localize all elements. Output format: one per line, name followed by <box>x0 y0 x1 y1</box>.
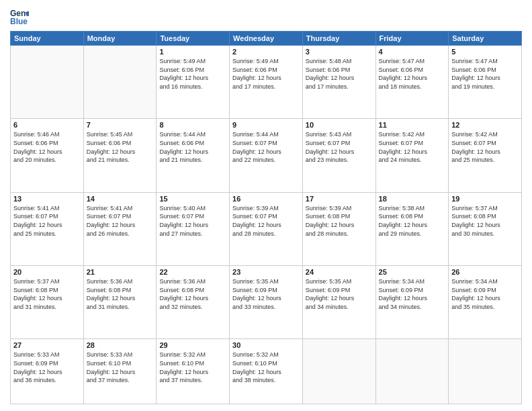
day-number: 15 <box>159 195 226 203</box>
weekday-header-thursday: Thursday <box>302 32 375 46</box>
cell-info: Sunrise: 5:32 AM Sunset: 6:10 PM Dayligh… <box>232 351 300 384</box>
calendar-cell: 26Sunrise: 5:34 AM Sunset: 6:09 PM Dayli… <box>449 266 522 339</box>
cell-info: Sunrise: 5:42 AM Sunset: 6:07 PM Dayligh… <box>379 130 446 164</box>
day-number: 8 <box>159 121 226 129</box>
cell-info: Sunrise: 5:39 AM Sunset: 6:07 PM Dayligh… <box>232 204 300 238</box>
day-number: 25 <box>379 268 446 276</box>
day-number: 19 <box>451 195 519 203</box>
weekday-header-friday: Friday <box>375 32 449 46</box>
weekday-header-saturday: Saturday <box>449 32 522 46</box>
cell-info: Sunrise: 5:41 AM Sunset: 6:07 PM Dayligh… <box>13 204 81 238</box>
weekday-header-wednesday: Wednesday <box>230 32 303 46</box>
calendar-cell: 22Sunrise: 5:36 AM Sunset: 6:08 PM Dayli… <box>157 266 230 339</box>
calendar-week-row: 27Sunrise: 5:33 AM Sunset: 6:09 PM Dayli… <box>11 339 522 404</box>
calendar-cell: 16Sunrise: 5:39 AM Sunset: 6:07 PM Dayli… <box>230 192 303 265</box>
day-number: 21 <box>87 268 154 276</box>
cell-info: Sunrise: 5:37 AM Sunset: 6:08 PM Dayligh… <box>13 277 81 311</box>
cell-info: Sunrise: 5:42 AM Sunset: 6:07 PM Dayligh… <box>451 130 519 164</box>
cell-info: Sunrise: 5:33 AM Sunset: 6:09 PM Dayligh… <box>13 351 81 384</box>
cell-info: Sunrise: 5:36 AM Sunset: 6:08 PM Dayligh… <box>87 277 154 311</box>
cell-info: Sunrise: 5:48 AM Sunset: 6:06 PM Dayligh… <box>306 57 373 91</box>
calendar-cell: 28Sunrise: 5:33 AM Sunset: 6:10 PM Dayli… <box>83 339 157 404</box>
day-number: 30 <box>232 341 300 349</box>
day-number: 10 <box>306 121 373 129</box>
calendar-cell: 9Sunrise: 5:44 AM Sunset: 6:07 PM Daylig… <box>230 119 303 192</box>
day-number: 2 <box>232 48 300 56</box>
calendar-cell: 27Sunrise: 5:33 AM Sunset: 6:09 PM Dayli… <box>11 339 84 404</box>
calendar-cell: 24Sunrise: 5:35 AM Sunset: 6:09 PM Dayli… <box>302 266 375 339</box>
cell-info: Sunrise: 5:41 AM Sunset: 6:07 PM Dayligh… <box>87 204 154 238</box>
day-number: 7 <box>87 121 154 129</box>
logo: General Blue <box>10 7 32 26</box>
calendar-cell: 20Sunrise: 5:37 AM Sunset: 6:08 PM Dayli… <box>11 266 84 339</box>
calendar-cell: 13Sunrise: 5:41 AM Sunset: 6:07 PM Dayli… <box>11 192 84 265</box>
calendar-cell <box>302 339 375 404</box>
svg-text:Blue: Blue <box>10 17 28 26</box>
calendar-cell: 14Sunrise: 5:41 AM Sunset: 6:07 PM Dayli… <box>83 192 157 265</box>
cell-info: Sunrise: 5:46 AM Sunset: 6:06 PM Dayligh… <box>13 130 81 164</box>
cell-info: Sunrise: 5:45 AM Sunset: 6:06 PM Dayligh… <box>87 130 154 164</box>
calendar-week-row: 20Sunrise: 5:37 AM Sunset: 6:08 PM Dayli… <box>11 266 522 339</box>
header: General Blue <box>10 7 522 26</box>
calendar-cell: 8Sunrise: 5:44 AM Sunset: 6:06 PM Daylig… <box>157 119 230 192</box>
day-number: 29 <box>159 341 226 349</box>
day-number: 23 <box>232 268 300 276</box>
day-number: 22 <box>159 268 226 276</box>
weekday-header-tuesday: Tuesday <box>157 32 230 46</box>
day-number: 12 <box>451 121 519 129</box>
logo-icon: General Blue <box>10 7 29 26</box>
calendar-cell: 30Sunrise: 5:32 AM Sunset: 6:10 PM Dayli… <box>230 339 303 404</box>
day-number: 9 <box>232 121 300 129</box>
day-number: 6 <box>13 121 81 129</box>
calendar-cell <box>83 46 157 119</box>
calendar-cell <box>375 339 449 404</box>
cell-info: Sunrise: 5:34 AM Sunset: 6:09 PM Dayligh… <box>451 277 519 311</box>
calendar-cell: 12Sunrise: 5:42 AM Sunset: 6:07 PM Dayli… <box>449 119 522 192</box>
weekday-header-sunday: Sunday <box>11 32 84 46</box>
cell-info: Sunrise: 5:47 AM Sunset: 6:06 PM Dayligh… <box>451 57 519 91</box>
day-number: 5 <box>451 48 519 56</box>
day-number: 26 <box>451 268 519 276</box>
cell-info: Sunrise: 5:49 AM Sunset: 6:06 PM Dayligh… <box>232 57 300 91</box>
day-number: 4 <box>379 48 446 56</box>
day-number: 20 <box>13 268 81 276</box>
calendar-cell: 1Sunrise: 5:49 AM Sunset: 6:06 PM Daylig… <box>157 46 230 119</box>
cell-info: Sunrise: 5:37 AM Sunset: 6:08 PM Dayligh… <box>451 204 519 238</box>
cell-info: Sunrise: 5:35 AM Sunset: 6:09 PM Dayligh… <box>306 277 373 311</box>
calendar-cell: 10Sunrise: 5:43 AM Sunset: 6:07 PM Dayli… <box>302 119 375 192</box>
cell-info: Sunrise: 5:35 AM Sunset: 6:09 PM Dayligh… <box>232 277 300 311</box>
calendar-cell: 18Sunrise: 5:38 AM Sunset: 6:08 PM Dayli… <box>375 192 449 265</box>
cell-info: Sunrise: 5:32 AM Sunset: 6:10 PM Dayligh… <box>159 351 226 384</box>
weekday-header-row: SundayMondayTuesdayWednesdayThursdayFrid… <box>11 32 522 46</box>
cell-info: Sunrise: 5:44 AM Sunset: 6:07 PM Dayligh… <box>232 130 300 164</box>
calendar-cell <box>11 46 84 119</box>
calendar-cell: 29Sunrise: 5:32 AM Sunset: 6:10 PM Dayli… <box>157 339 230 404</box>
calendar-cell: 23Sunrise: 5:35 AM Sunset: 6:09 PM Dayli… <box>230 266 303 339</box>
calendar-week-row: 1Sunrise: 5:49 AM Sunset: 6:06 PM Daylig… <box>11 46 522 119</box>
day-number: 17 <box>306 195 373 203</box>
day-number: 24 <box>306 268 373 276</box>
cell-info: Sunrise: 5:36 AM Sunset: 6:08 PM Dayligh… <box>159 277 226 311</box>
page: General Blue SundayMondayTuesdayWednesda… <box>0 0 532 411</box>
cell-info: Sunrise: 5:44 AM Sunset: 6:06 PM Dayligh… <box>159 130 226 164</box>
cell-info: Sunrise: 5:40 AM Sunset: 6:07 PM Dayligh… <box>159 204 226 238</box>
cell-info: Sunrise: 5:38 AM Sunset: 6:08 PM Dayligh… <box>379 204 446 238</box>
calendar-cell: 2Sunrise: 5:49 AM Sunset: 6:06 PM Daylig… <box>230 46 303 119</box>
weekday-header-monday: Monday <box>83 32 157 46</box>
day-number: 18 <box>379 195 446 203</box>
calendar-week-row: 13Sunrise: 5:41 AM Sunset: 6:07 PM Dayli… <box>11 192 522 265</box>
cell-info: Sunrise: 5:39 AM Sunset: 6:08 PM Dayligh… <box>306 204 373 238</box>
day-number: 11 <box>379 121 446 129</box>
calendar-cell: 6Sunrise: 5:46 AM Sunset: 6:06 PM Daylig… <box>11 119 84 192</box>
day-number: 14 <box>87 195 154 203</box>
day-number: 27 <box>13 341 81 349</box>
day-number: 3 <box>306 48 373 56</box>
calendar-table: SundayMondayTuesdayWednesdayThursdayFrid… <box>10 31 522 404</box>
calendar-cell: 17Sunrise: 5:39 AM Sunset: 6:08 PM Dayli… <box>302 192 375 265</box>
calendar-cell: 21Sunrise: 5:36 AM Sunset: 6:08 PM Dayli… <box>83 266 157 339</box>
calendar-cell: 3Sunrise: 5:48 AM Sunset: 6:06 PM Daylig… <box>302 46 375 119</box>
day-number: 16 <box>232 195 300 203</box>
calendar-cell: 7Sunrise: 5:45 AM Sunset: 6:06 PM Daylig… <box>83 119 157 192</box>
cell-info: Sunrise: 5:43 AM Sunset: 6:07 PM Dayligh… <box>306 130 373 164</box>
calendar-week-row: 6Sunrise: 5:46 AM Sunset: 6:06 PM Daylig… <box>11 119 522 192</box>
